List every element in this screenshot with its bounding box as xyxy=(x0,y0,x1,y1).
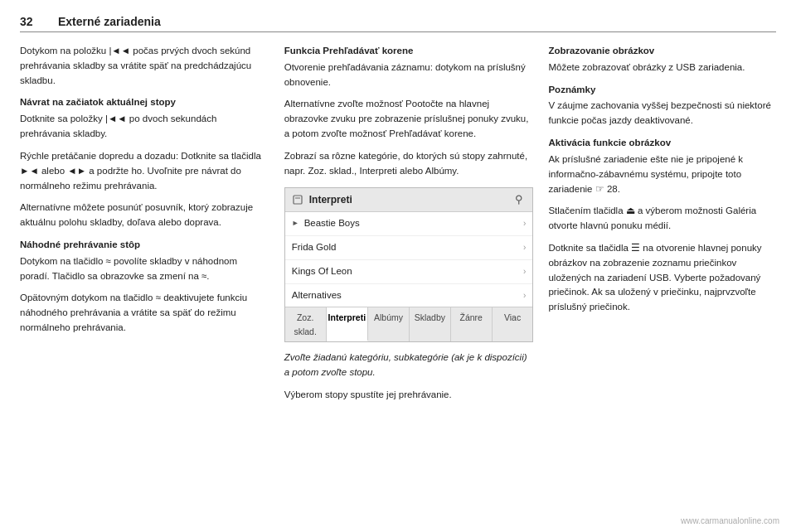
left-p2-heading: Návrat na začiatok aktuálnej stopy xyxy=(20,95,269,110)
tab-zoz-sklad[interactable]: Zoz. sklad. xyxy=(285,307,327,341)
left-p4-heading: Náhodné prehrávanie stôp xyxy=(20,238,269,253)
chevron-right-icon: › xyxy=(523,289,526,302)
music-ui-header: Interpreti ⚲ xyxy=(285,188,533,213)
right-p3: Aktivácia funkcie obrázkov Ak príslušné … xyxy=(548,136,776,196)
column-middle: Funkcia Prehľadávať korene Otvorenie pre… xyxy=(284,44,534,409)
tab-albumy[interactable]: Albúmy xyxy=(368,307,410,341)
page-title: Externé zariadenia xyxy=(58,15,161,28)
list-item-label: Alternatives xyxy=(292,288,523,303)
music-ui-title: Interpreti xyxy=(309,192,352,208)
music-tabs: Zoz. sklad. Interpreti Albúmy Skladby Žá… xyxy=(285,307,533,341)
list-item[interactable]: Alternatives › xyxy=(285,284,533,307)
tab-viac[interactable]: Viac xyxy=(493,307,533,341)
list-item-label: Kings Of Leon xyxy=(292,264,523,279)
search-icon[interactable]: ⚲ xyxy=(512,193,526,206)
left-p4: Náhodné prehrávanie stôp Dotykom na tlač… xyxy=(20,238,269,283)
mid-p1: Funkcia Prehľadávať korene Otvorenie pre… xyxy=(284,44,534,89)
left-p2: Návrat na začiatok aktuálnej stopy Dotkn… xyxy=(20,95,269,141)
right-p1-text: Môžete zobrazovať obrázky z USB zariaden… xyxy=(548,62,745,72)
left-p3b: Alternatívne môžete posunúť posuvník, kt… xyxy=(20,201,269,230)
mid-p4: Zvoľte žiadanú kategóriu, subkategórie (… xyxy=(284,351,534,380)
mid-p1-text: Otvorenie prehľadávania záznamu: dotykom… xyxy=(284,62,526,87)
list-item[interactable]: Frida Gold › xyxy=(285,236,533,260)
left-p3: Rýchle pretáčanie dopredu a dozadu: Dotk… xyxy=(20,149,269,193)
chevron-right-icon: › xyxy=(523,265,526,278)
right-p1: Zobrazovanie obrázkov Môžete zobrazovať … xyxy=(548,44,776,75)
tab-zanre[interactable]: Žánre xyxy=(451,307,493,341)
list-item-label: Frida Gold xyxy=(292,240,523,255)
music-ui-header-left: Interpreti xyxy=(292,192,352,208)
right-p2: Poznámky V záujme zachovania vyššej bezp… xyxy=(548,83,776,128)
chevron-right-icon: › xyxy=(523,217,526,230)
column-right: Zobrazovanie obrázkov Môžete zobrazovať … xyxy=(548,44,776,322)
mid-p4-italic: Zvoľte žiadanú kategóriu, subkategórie (… xyxy=(284,352,527,377)
page-number: 32 xyxy=(20,15,43,28)
mid-p2: Alternatívne zvoľte možnosť Pootočte na … xyxy=(284,97,534,141)
right-p3-heading: Aktivácia funkcie obrázkov xyxy=(548,136,776,151)
list-item[interactable]: ► Beastie Boys › xyxy=(285,212,533,236)
right-p5: Dotknite sa tlačidla ☰ na otvorenie hlav… xyxy=(548,241,776,315)
music-list: ► Beastie Boys › Frida Gold › Kings Of L… xyxy=(285,212,533,307)
music-player-ui: Interpreti ⚲ ► Beastie Boys › Frida Gold… xyxy=(284,187,534,342)
list-item-label: Beastie Boys xyxy=(304,216,523,231)
left-p5: Opätovným dotykom na tlačidlo ≈ deaktivu… xyxy=(20,291,269,335)
column-left: Dotykom na položku |◄◄ počas prvých dvoc… xyxy=(20,44,269,343)
watermark: www.carmanualonline.com xyxy=(681,516,779,525)
mid-p3: Zobrazí sa rôzne kategórie, do ktorých s… xyxy=(284,149,534,179)
list-item[interactable]: Kings Of Leon › xyxy=(285,260,533,284)
right-p1-heading: Zobrazovanie obrázkov xyxy=(548,44,776,59)
mid-p5: Výberom stopy spustíte jej prehrávanie. xyxy=(284,388,534,403)
page-header: 32 Externé zariadenia xyxy=(20,15,776,32)
left-p4-text: Dotykom na tlačidlo ≈ povolíte skladby v… xyxy=(20,256,237,281)
right-p2-heading: Poznámky xyxy=(548,83,776,98)
content-columns: Dotykom na položku |◄◄ počas prvých dvoc… xyxy=(20,44,776,409)
page-container: 32 Externé zariadenia Dotykom na položku… xyxy=(0,0,796,532)
right-p4: Stlačením tlačidla ⏏ a výberom možnosti … xyxy=(548,204,776,234)
chevron-right-icon: › xyxy=(523,241,526,254)
left-p1: Dotykom na položku |◄◄ počas prvých dvoc… xyxy=(20,44,269,88)
right-p3-text: Ak príslušné zariadenie ešte nie je prip… xyxy=(548,154,743,194)
tab-skladby[interactable]: Skladby xyxy=(410,307,451,341)
right-p2-text: V záujme zachovania vyššej bezpečnosti s… xyxy=(548,100,770,125)
left-p2-text: Dotknite sa položky |◄◄ po dvoch sekundá… xyxy=(20,114,216,138)
play-icon: ► xyxy=(292,218,299,230)
cd-icon xyxy=(292,193,305,206)
mid-p1-heading: Funkcia Prehľadávať korene xyxy=(284,44,534,59)
svg-rect-0 xyxy=(294,196,302,204)
tab-interpreti[interactable]: Interpreti xyxy=(327,307,369,341)
